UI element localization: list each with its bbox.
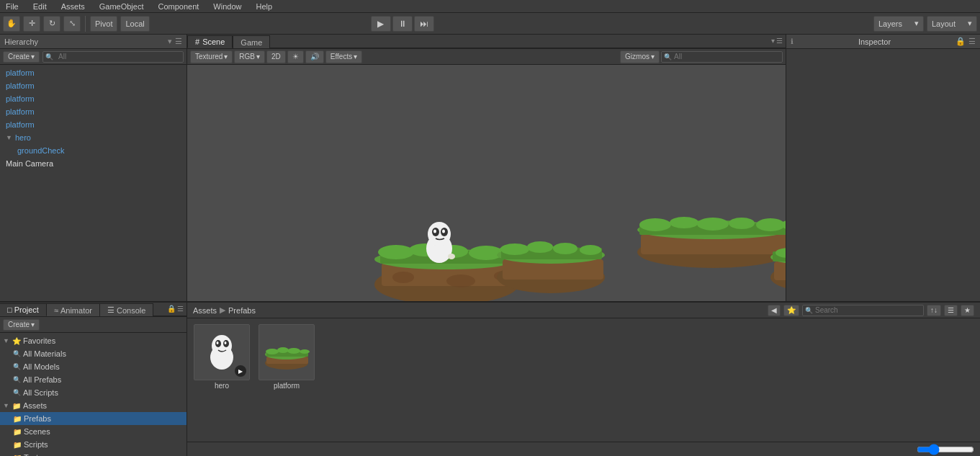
step-button[interactable]: ⏭ — [414, 16, 434, 32]
hierarchy-collapse-icon[interactable]: ▾ — [168, 37, 172, 46]
svg-point-10 — [392, 272, 414, 283]
hierarchy-create-btn[interactable]: Create ▾ — [3, 51, 40, 63]
inspector-menu-icon[interactable]: ☰ — [968, 37, 976, 46]
bottom-tabs-spacer — [153, 316, 164, 316]
inspector-lock-icon[interactable]: 🔒 — [956, 37, 966, 46]
scene-svg — [187, 65, 786, 301]
hierarchy-item-platform-3[interactable]: platform — [0, 92, 186, 105]
tree-prefabs[interactable]: 📁 Prefabs — [0, 412, 186, 425]
lighting-toggle[interactable]: ☀ — [287, 50, 304, 63]
console-tab-icon: ☰ — [107, 305, 114, 315]
assets-folder-icon: 📁 — [12, 402, 21, 410]
assets-sort-btn[interactable]: ↑↓ — [927, 305, 941, 316]
tab-scene[interactable]: # Scene — [187, 35, 233, 48]
platform-svg — [261, 327, 312, 377]
scale-tool-button[interactable]: ⤡ — [63, 16, 81, 32]
asset-hero[interactable]: ▶ hero — [193, 324, 251, 390]
all-models-icon: 🔍 — [13, 363, 21, 370]
pause-button[interactable]: ⏸ — [392, 16, 413, 32]
layers-area: Layers ▾ Layout ▾ — [873, 16, 977, 32]
assets-path-prefabs[interactable]: Prefabs — [228, 306, 256, 315]
tree-textures[interactable]: 📁 Textures — [0, 451, 186, 456]
scene-tab-icon: # — [195, 37, 199, 46]
hierarchy-content: platform platform platform platform plat… — [0, 65, 186, 301]
hierarchy-item-platform-5[interactable]: platform — [0, 118, 186, 131]
tree-all-materials[interactable]: 🔍 All Materials — [0, 347, 186, 360]
svg-point-56 — [212, 335, 232, 357]
scene-search-icon: 🔍 — [662, 53, 674, 61]
hand-tool-button[interactable]: ✋ — [3, 16, 20, 32]
tab-console[interactable]: ☰ Console — [100, 303, 153, 316]
layout-dropdown[interactable]: Layout ▾ — [927, 16, 977, 32]
assets-content-panel: Assets ▶ Prefabs ◀ ⭐ 🔍 ↑↓ ☰ ★ — [187, 303, 980, 456]
audio-toggle[interactable]: 🔊 — [305, 50, 324, 63]
menu-edit[interactable]: Edit — [30, 2, 50, 11]
shading-dropdown[interactable]: Textured ▾ — [190, 50, 233, 63]
color-space-dropdown[interactable]: RGB ▾ — [234, 50, 265, 63]
tree-all-scripts[interactable]: 🔍 All Scripts — [0, 386, 186, 399]
hierarchy-search-input[interactable] — [55, 51, 183, 63]
project-menu-icon[interactable]: ☰ — [177, 305, 184, 313]
menu-gameobject[interactable]: GameObject — [96, 2, 147, 11]
scene-search-input[interactable] — [674, 53, 782, 61]
hierarchy-toolbar: Create ▾ 🔍 — [0, 49, 186, 65]
transport-controls: ▶ ⏸ ⏭ — [371, 16, 434, 32]
project-lock-icon[interactable]: 🔒 — [167, 305, 176, 313]
tree-scripts[interactable]: 📁 Scripts — [0, 438, 186, 451]
hero-thumb: ▶ — [194, 324, 250, 380]
menu-file[interactable]: File — [3, 2, 22, 11]
menu-help[interactable]: Help — [253, 2, 275, 11]
tab-game[interactable]: Game — [233, 35, 270, 48]
asset-size-slider[interactable] — [917, 444, 974, 455]
rotate-tool-button[interactable]: ↻ — [43, 16, 60, 32]
tab-animator[interactable]: ≈ Animator — [47, 303, 100, 316]
hierarchy-item-platform-1[interactable]: platform — [0, 66, 186, 79]
assets-filter-btn[interactable]: ☰ — [944, 305, 958, 316]
tab-project[interactable]: □ Project — [0, 303, 47, 316]
2d-toggle[interactable]: 2D — [266, 50, 286, 63]
play-button[interactable]: ▶ — [371, 16, 391, 32]
svg-point-68 — [287, 348, 300, 354]
pivot-button[interactable]: Pivot — [90, 16, 117, 32]
tree-assets[interactable]: ▼ 📁 Assets — [0, 399, 186, 412]
hero-label: hero — [215, 382, 229, 390]
assets-actions: ◀ ⭐ 🔍 ↑↓ ☰ ★ — [768, 305, 974, 316]
project-create-btn[interactable]: Create ▾ — [3, 319, 40, 331]
hierarchy-title: Hierarchy — [4, 37, 38, 46]
scene-view[interactable] — [187, 65, 786, 301]
menu-assets[interactable]: Assets — [58, 2, 88, 11]
menu-window[interactable]: Window — [210, 2, 244, 11]
assets-back-btn[interactable]: ◀ — [768, 305, 781, 316]
hierarchy-item-groundcheck[interactable]: groundCheck — [0, 144, 186, 157]
assets-star-btn[interactable]: ★ — [961, 305, 974, 316]
local-button[interactable]: Local — [120, 16, 149, 32]
svg-point-29 — [756, 218, 785, 231]
hierarchy-item-platform-2[interactable]: platform — [0, 79, 186, 92]
asset-platform[interactable]: platform — [258, 324, 315, 390]
scene-content-area — [187, 65, 786, 301]
tree-scenes[interactable]: 📁 Scenes — [0, 425, 186, 438]
assets-breadcrumb: Assets ▶ Prefabs — [193, 305, 256, 315]
svg-point-17 — [500, 243, 529, 255]
top-row: Hierarchy ▾ ☰ Create ▾ 🔍 platform — [0, 35, 980, 301]
assets-path-assets[interactable]: Assets — [193, 306, 217, 315]
scene-menu-icon[interactable]: ☰ — [776, 37, 783, 45]
layers-dropdown[interactable]: Layers ▾ — [873, 16, 924, 32]
scene-collapse-icon[interactable]: ▾ — [771, 37, 775, 45]
gizmos-dropdown[interactable]: Gizmos ▾ — [620, 50, 660, 63]
svg-point-19 — [553, 243, 577, 254]
tree-favorites[interactable]: ▼ ⭐ Favorites — [0, 334, 186, 347]
move-tool-button[interactable]: ✛ — [23, 16, 40, 32]
svg-point-18 — [527, 241, 553, 253]
tree-all-prefabs[interactable]: 🔍 All Prefabs — [0, 373, 186, 386]
assets-search-input[interactable] — [815, 306, 923, 314]
hierarchy-menu-icon[interactable]: ☰ — [175, 37, 182, 46]
effects-dropdown[interactable]: Effects ▾ — [325, 50, 362, 63]
hierarchy-item-hero[interactable]: ▼ hero — [0, 131, 186, 144]
menu-component[interactable]: Component — [155, 2, 202, 11]
tree-all-models[interactable]: 🔍 All Models — [0, 360, 186, 373]
assets-favorites-btn[interactable]: ⭐ — [783, 305, 799, 316]
hierarchy-item-main-camera[interactable]: Main Camera — [0, 157, 186, 170]
scripts-folder-icon: 📁 — [13, 441, 22, 449]
hierarchy-item-platform-4[interactable]: platform — [0, 105, 186, 118]
